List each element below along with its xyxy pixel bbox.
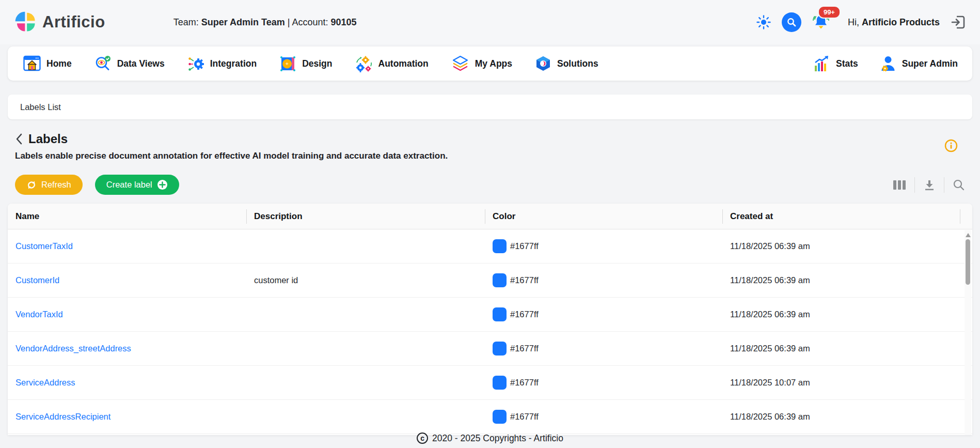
nav-label: Automation [378, 58, 429, 69]
color-swatch [493, 342, 507, 356]
back-button[interactable] [15, 133, 23, 145]
nav-item-home[interactable]: Home [23, 55, 72, 72]
nav-item-automation[interactable]: Automation [355, 55, 429, 72]
label-name-link[interactable]: CustomerTaxId [15, 241, 73, 251]
integration-icon [187, 55, 204, 72]
table-row[interactable]: ServiceAddressRecipient #1677ff 11/18/20… [8, 400, 972, 434]
copyright-text: 2020 - 2025 Copyrights - Artificio [432, 433, 563, 444]
nav-item-solutions[interactable]: Solutions [535, 55, 598, 72]
page-head: Labels Labels enable precise document an… [15, 132, 965, 161]
super-admin-icon [880, 55, 896, 72]
nav-label: My Apps [475, 58, 512, 69]
breadcrumb-label: Labels List [20, 102, 61, 112]
search-icon [782, 12, 801, 32]
created-at-value: 11/18/2025 06:39 am [722, 412, 960, 422]
download-button[interactable] [923, 179, 936, 191]
table-row[interactable]: CustomerId customer id #1677ff 11/18/202… [8, 264, 972, 298]
main-navbar: Home Data Views [8, 47, 972, 81]
column-settings-button[interactable] [893, 179, 906, 191]
header-search-button[interactable] [782, 12, 801, 32]
notifications-button[interactable]: 99+ [812, 13, 830, 32]
label-name-link[interactable]: ServiceAddressRecipient [15, 412, 110, 422]
notification-count-badge: 99+ [818, 6, 841, 19]
column-header-created-at[interactable]: Created at [722, 204, 960, 229]
created-at-value: 11/18/2025 06:39 am [722, 310, 960, 319]
label-description: customer id [246, 275, 485, 285]
label-name-link[interactable]: CustomerId [15, 275, 59, 285]
download-icon [923, 179, 936, 191]
account-number: 90105 [330, 17, 356, 27]
refresh-icon [26, 180, 37, 190]
automation-icon [355, 55, 373, 72]
label-name-link[interactable]: VendorTaxId [15, 310, 63, 319]
info-icon [944, 139, 958, 152]
table-row[interactable]: CustomerTaxId #1677ff 11/18/2025 06:39 a… [8, 229, 972, 264]
data-views-icon [94, 55, 112, 72]
search-icon [953, 179, 965, 191]
brand-logo[interactable]: Artificio [14, 11, 105, 34]
created-at-value: 11/18/2025 10:07 am [722, 378, 960, 388]
brand-name: Artificio [42, 13, 105, 32]
sun-icon [756, 14, 771, 30]
nav-label: Super Admin [902, 58, 958, 69]
column-header-color[interactable]: Color [485, 204, 722, 229]
label-name-link[interactable]: VendorAddress_streetAddress [15, 344, 131, 353]
breadcrumb: Labels List [8, 95, 972, 119]
my-apps-icon [451, 55, 469, 72]
column-header-description[interactable]: Description [246, 204, 485, 229]
table-row[interactable]: VendorTaxId #1677ff 11/18/2025 06:39 am [8, 298, 972, 332]
theme-toggle-button[interactable] [756, 14, 771, 30]
copyright-icon: c [417, 432, 428, 444]
nav-label: Stats [836, 58, 858, 69]
column-header-name[interactable]: Name [8, 204, 246, 229]
solutions-icon [535, 55, 551, 72]
create-label-button-label: Create label [106, 180, 152, 190]
nav-item-data-views[interactable]: Data Views [94, 55, 165, 72]
page-title: Labels [28, 132, 68, 146]
nav-label: Design [302, 58, 332, 69]
color-value: #1677ff [510, 310, 539, 319]
nav-label: Data Views [117, 58, 165, 69]
info-button[interactable] [944, 139, 958, 152]
logout-button[interactable] [950, 14, 967, 30]
color-value: #1677ff [510, 412, 539, 422]
table-row[interactable]: VendorAddress_streetAddress #1677ff 11/1… [8, 332, 972, 366]
color-value: #1677ff [510, 378, 539, 388]
table-header-row: Name Description Color Created at [8, 204, 972, 229]
team-name: Super Admin Team [201, 17, 285, 27]
created-at-value: 11/18/2025 06:39 am [722, 241, 960, 251]
color-swatch [493, 273, 507, 287]
artificio-logo-icon [14, 11, 37, 34]
created-at-value: 11/18/2025 06:39 am [722, 344, 960, 353]
table-row[interactable]: ServiceAddress #1677ff 11/18/2025 10:07 … [8, 366, 972, 400]
created-at-value: 11/18/2025 06:39 am [722, 275, 960, 285]
create-label-button[interactable]: Create label [95, 175, 179, 195]
color-value: #1677ff [510, 344, 539, 353]
scrollbar-up-arrow-icon[interactable] [966, 233, 971, 237]
columns-icon [893, 179, 906, 191]
svg-text:+: + [286, 61, 289, 67]
home-icon [23, 55, 41, 72]
nav-item-design[interactable]: + Design [279, 55, 332, 72]
color-swatch [493, 239, 507, 253]
plus-circle-icon [157, 179, 168, 190]
table-scrollbar[interactable] [965, 230, 971, 435]
toolbar-divider [914, 177, 915, 193]
nav-item-super-admin[interactable]: Super Admin [880, 55, 958, 72]
nav-item-my-apps[interactable]: My Apps [451, 55, 512, 72]
color-swatch [493, 410, 507, 424]
nav-label: Home [46, 58, 72, 69]
team-account-info: Team: Super Admin Team | Account: 90105 [173, 17, 357, 28]
scrollbar-thumb[interactable] [966, 239, 970, 285]
table-search-button[interactable] [953, 179, 965, 191]
table-toolbar: Refresh Create label [15, 175, 965, 195]
labels-table: Name Description Color Created at Custom… [8, 204, 972, 435]
label-name-link[interactable]: ServiceAddress [15, 378, 75, 388]
user-greeting: Hi, Artificio Products [848, 17, 940, 28]
top-header: Artificio Team: Super Admin Team | Accou… [0, 0, 980, 44]
design-icon: + [279, 55, 296, 72]
nav-item-integration[interactable]: Integration [187, 55, 257, 72]
page-description: Labels enable precise document annotatio… [15, 151, 965, 161]
nav-item-stats[interactable]: Stats [813, 55, 858, 72]
refresh-button[interactable]: Refresh [15, 175, 83, 195]
